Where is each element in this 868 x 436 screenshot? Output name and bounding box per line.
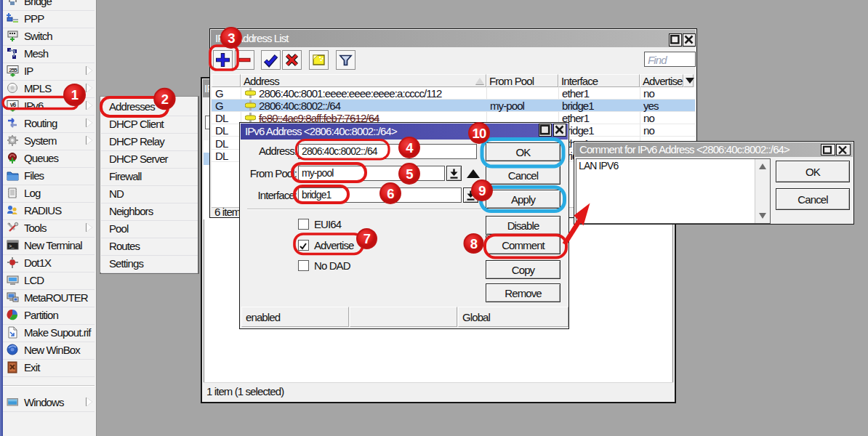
- svg-text:8: 8: [470, 236, 478, 251]
- svg-text:7: 7: [363, 231, 371, 246]
- svg-text:3: 3: [228, 31, 235, 46]
- svg-text:6: 6: [387, 186, 394, 201]
- svg-text:9: 9: [478, 183, 486, 198]
- svg-text:10: 10: [473, 126, 486, 141]
- svg-text:2: 2: [161, 92, 169, 107]
- svg-text:1: 1: [71, 87, 79, 102]
- svg-text:4: 4: [406, 140, 414, 156]
- svg-text:5: 5: [406, 166, 413, 182]
